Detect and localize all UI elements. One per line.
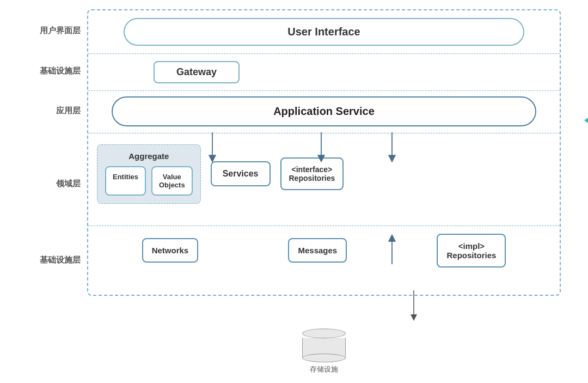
ui-layer-label: 用户界面层 (27, 9, 87, 53)
labels-column: 用户界面层 基础设施层 应用层 领域层 基础设施层 (27, 9, 87, 374)
aggregate-title: Aggregate (128, 151, 169, 161)
aggregate-box: Aggregate Entities ValueObjects (97, 144, 201, 204)
infra-row: Networks Messages <impl> Repositories (88, 226, 560, 275)
app-layer-label: 应用层 (27, 90, 87, 132)
cylinder-bottom (302, 354, 346, 362)
entities-box: Entities (105, 166, 146, 196)
storage-area: 存储设施 (87, 296, 561, 374)
cylinder-body (302, 338, 346, 358)
value-objects-box: ValueObjects (151, 166, 193, 196)
impl-repos-line1: <impl> (458, 241, 485, 251)
storage-arrow-svg (87, 290, 561, 334)
impl-repos-line2: Repositories (446, 251, 496, 260)
storage-cylinder: 存储设施 (302, 329, 346, 374)
gateway-row: Gateway (88, 54, 560, 91)
impl-repositories-box: <impl> Repositories (437, 234, 506, 268)
aggregate-inner: Entities ValueObjects (105, 166, 193, 196)
ui-row: User Interface (88, 10, 560, 54)
architecture-diagram: 用户界面层 基础设施层 应用层 领域层 基础设施层 User Interface… (27, 9, 561, 374)
app-service-row: Application Service (88, 91, 560, 133)
cylinder-top (302, 329, 346, 338)
interface-repos-line2: Repositories (289, 174, 335, 183)
infra-layer2-label: 基础设施层 (27, 236, 87, 285)
infra-layer1-label: 基础设施层 (27, 53, 87, 90)
outer-border: User Interface Gateway Application Servi… (87, 9, 561, 296)
interface-repositories-box: <interface> Repositories (280, 157, 344, 190)
messages-box: Messages (288, 238, 347, 263)
user-interface-box: User Interface (124, 18, 524, 46)
interface-repos-line1: <interface> (292, 165, 333, 174)
storage-label: 存储设施 (310, 364, 338, 374)
main-diagram-area: User Interface Gateway Application Servi… (87, 9, 561, 374)
gateway-box: Gateway (154, 61, 240, 83)
domain-section: Aggregate Entities ValueObjects Services (88, 133, 560, 226)
networks-box: Networks (142, 238, 199, 263)
domain-layer-label: 领域层 (27, 132, 87, 236)
services-box: Services (211, 161, 271, 186)
domain-inner: Aggregate Entities ValueObjects Services (97, 144, 551, 204)
application-service-box: Application Service (112, 96, 536, 126)
